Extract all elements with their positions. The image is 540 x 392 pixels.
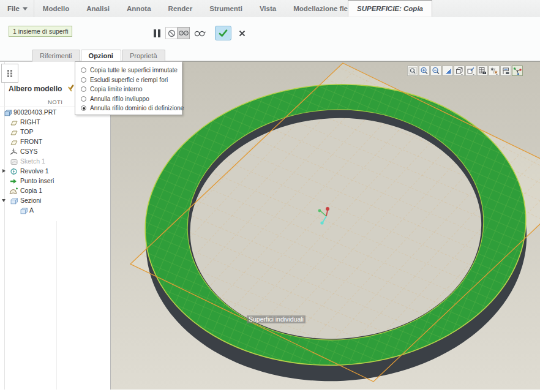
cancel-button[interactable]: [238, 29, 247, 38]
file-menu-button[interactable]: File: [0, 0, 34, 17]
radio-icon: [81, 67, 86, 73]
tree-column-divider: [56, 221, 57, 390]
tree-item-revolve[interactable]: Revolve 1: [0, 166, 111, 176]
close-icon: [239, 30, 246, 37]
tree-item-sezione-a[interactable]: A: [0, 205, 111, 215]
circle-slash-icon: [168, 29, 176, 37]
zoom-in-button[interactable]: [419, 66, 430, 76]
tree-tab-handle[interactable]: [1, 64, 18, 83]
option-escludi-superfici[interactable]: Escludi superfici e riempi fori: [75, 75, 182, 85]
pause-icon[interactable]: [152, 28, 162, 39]
tab-proprieta[interactable]: Proprietà: [122, 50, 165, 62]
spin-center-button[interactable]: [512, 66, 523, 76]
file-menu-label: File: [7, 5, 20, 12]
radio-icon: [81, 96, 86, 102]
repaint-icon: [444, 67, 452, 75]
zoom-out-icon: [432, 67, 440, 75]
menu-item-render[interactable]: Render: [160, 0, 201, 17]
tab-opzioni[interactable]: Opzioni: [81, 50, 121, 62]
datum-plane-icon: [10, 139, 18, 146]
option-copia-tutte[interactable]: Copia tutte le superfici immutate: [75, 66, 182, 75]
dashboard: 1 insieme di superfi: [0, 17, 540, 61]
datum-plane-icon: [10, 129, 18, 136]
display-style-button[interactable]: [454, 66, 465, 76]
collapse-arrow-icon[interactable]: [2, 199, 6, 202]
part-icon: [4, 109, 12, 116]
annotation-tag-icon: [501, 67, 510, 75]
preview-toggle-button[interactable]: [178, 27, 190, 39]
model-tree-title: Albero modello: [9, 85, 62, 93]
tree-item-punto-inserimento[interactable]: Punto inseri: [0, 176, 111, 186]
no-preview-button[interactable]: [165, 27, 178, 39]
sketch-icon: [10, 159, 18, 165]
magnifier-icon: [408, 67, 417, 75]
option-annulla-rifilo-dominio[interactable]: Annulla rifilo dominio di definizione: [75, 104, 182, 113]
tree-item-front[interactable]: FRONT: [0, 137, 111, 146]
radio-icon: [81, 77, 86, 83]
sections-icon: [10, 197, 18, 205]
tree-item-csys[interactable]: CSYS: [0, 146, 111, 156]
insert-point-icon: [10, 178, 17, 185]
expand-arrow-icon[interactable]: [2, 169, 6, 173]
repaint-button[interactable]: [442, 66, 453, 76]
datum-plane-icon: [10, 119, 18, 126]
hatched-glasses-icon: [179, 30, 189, 36]
tree-item-right[interactable]: RIGHT: [0, 117, 111, 127]
saved-views-button[interactable]: [465, 66, 476, 76]
tab-superficie-copia[interactable]: SUPERFICIE: Copia: [348, 0, 432, 17]
menu-item-vista[interactable]: Vista: [251, 0, 285, 17]
option-annulla-rifilo-inviluppo[interactable]: Annulla rifilo inviluppo: [75, 94, 182, 104]
revolve-icon: [10, 168, 18, 175]
menu-item-strumenti[interactable]: Strumenti: [201, 0, 251, 17]
zoom-in-icon: [420, 67, 429, 75]
tree-item-sketch[interactable]: Sketch 1: [0, 156, 111, 166]
csys-icon: [10, 148, 18, 156]
chevron-down-icon: [23, 7, 28, 10]
options-panel: Copia tutte le superfici immutate Esclud…: [75, 61, 182, 115]
check-icon: [219, 29, 228, 37]
grid-handle-icon: [7, 69, 13, 77]
section-icon: [20, 207, 28, 214]
radio-icon: [81, 86, 86, 92]
menu-item-analisi[interactable]: Analisi: [78, 0, 118, 17]
view-manager-button[interactable]: [477, 66, 488, 76]
menu-item-modello[interactable]: Modello: [34, 0, 78, 17]
zoom-refit-button[interactable]: [407, 66, 418, 76]
surface-collector-field[interactable]: 1 insieme di superfi: [9, 26, 72, 37]
verify-button[interactable]: [193, 29, 206, 37]
copy-icon: [9, 187, 18, 195]
menu-bar: File Modello Analisi Annota Render Strum…: [0, 0, 540, 18]
datum-filters-icon: [490, 67, 498, 75]
tree-item-sezioni[interactable]: Sezioni: [0, 195, 111, 205]
saved-view-icon: [467, 67, 475, 75]
selection-tooltip: Superfici individuali: [247, 315, 306, 323]
datum-display-button[interactable]: [489, 66, 500, 76]
option-copia-limite[interactable]: Copia limite interno: [75, 85, 182, 94]
menu-item-annota[interactable]: Annota: [118, 0, 160, 17]
tree-item-top[interactable]: TOP: [0, 127, 111, 137]
cube-icon: [455, 67, 463, 75]
zoom-out-button[interactable]: [430, 66, 441, 76]
spin-center-icon: [513, 67, 522, 75]
tab-riferimenti[interactable]: Riferimenti: [32, 50, 80, 62]
annotation-display-button[interactable]: [500, 66, 511, 76]
in-graphics-toolbar: [407, 66, 523, 76]
ok-button[interactable]: [215, 26, 231, 40]
tree-item-copia[interactable]: Copia 1: [0, 186, 111, 195]
glasses-icon: [194, 30, 206, 37]
radio-selected-icon: [81, 105, 86, 111]
view-manager-icon: [478, 67, 487, 75]
